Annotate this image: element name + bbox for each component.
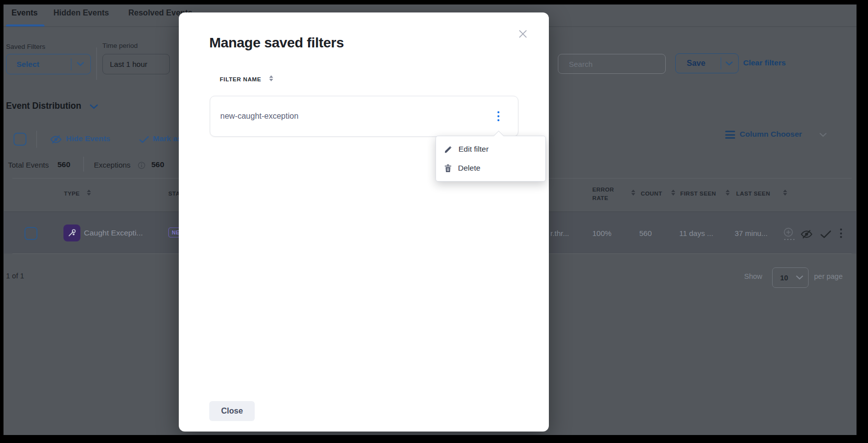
manage-saved-filters-modal: Manage saved filters FILTER NAME new-cau… — [179, 12, 549, 432]
total-events-label: Total Events — [8, 161, 49, 169]
page-size-value: 10 — [780, 274, 796, 282]
summary-divider — [83, 157, 84, 172]
chevron-down-icon — [77, 62, 84, 66]
filter-name-column-header[interactable]: FILTER NAME — [220, 76, 261, 82]
edit-filter-label: Edit filter — [458, 145, 488, 154]
hide-events-button[interactable]: Hide Events — [66, 134, 110, 143]
circle-plus-icon[interactable] — [783, 227, 794, 237]
eye-slash-icon — [50, 135, 62, 144]
save-button-divider — [721, 57, 722, 69]
sort-icon[interactable] — [631, 190, 635, 196]
column-header-type[interactable]: TYPE — [64, 191, 80, 197]
filter-kebab-menu-button[interactable] — [491, 109, 506, 124]
row-error-rate: 100% — [592, 229, 611, 237]
delete-filter-menu-item[interactable]: Delete — [436, 159, 545, 178]
row-last-seen: 37 minu... — [735, 229, 768, 237]
column-header-error-rate-line2: RATE — [592, 195, 608, 201]
sort-icon[interactable] — [726, 190, 730, 196]
column-chooser-button[interactable]: Column Chooser — [740, 130, 802, 139]
check-icon — [139, 136, 149, 143]
sort-icon[interactable] — [783, 190, 787, 196]
sort-icon[interactable] — [87, 190, 91, 196]
search-box — [558, 54, 666, 74]
column-header-error-rate-line1[interactable]: ERROR — [592, 187, 614, 193]
select-button-divider — [71, 58, 72, 70]
filter-group-divider — [96, 47, 97, 80]
page-info: 1 of 1 — [6, 272, 24, 280]
pencil-icon — [444, 145, 452, 154]
hamburger-icon — [725, 131, 735, 139]
saved-filters-select-label: Select — [16, 60, 71, 69]
tab-events[interactable]: Events — [11, 8, 37, 17]
hide-event-eye-slash-icon[interactable] — [800, 230, 813, 238]
saved-filter-row: new-caught-exception — [210, 96, 518, 137]
column-header-first-seen[interactable]: FIRST SEEN — [680, 191, 716, 197]
clear-filters-link[interactable]: Clear filters — [743, 58, 786, 67]
save-button-label: Save — [687, 59, 721, 68]
show-label: Show — [744, 272, 762, 280]
search-input[interactable] — [569, 60, 668, 68]
total-events-value: 560 — [57, 160, 70, 169]
select-all-checkbox[interactable] — [13, 133, 26, 146]
row-checkbox[interactable] — [24, 227, 37, 240]
dotted-underline — [784, 239, 795, 240]
column-header-count[interactable]: COUNT — [641, 191, 662, 197]
chevron-down-icon[interactable] — [90, 104, 98, 109]
exceptions-value: 560 — [151, 160, 164, 169]
column-header-last-seen[interactable]: LAST SEEN — [736, 191, 770, 197]
row-type-text[interactable]: Caught Excepti... — [84, 228, 143, 237]
sort-icon[interactable] — [269, 75, 273, 81]
saved-filters-label: Saved Filters — [6, 43, 45, 50]
time-period-label: Time period — [102, 42, 138, 49]
filter-context-menu: Edit filter Delete — [435, 136, 546, 182]
chevron-down-icon — [726, 61, 733, 66]
info-icon[interactable] — [138, 162, 145, 169]
chevron-down-icon — [796, 275, 803, 280]
toolbar-divider — [36, 131, 37, 148]
modal-title: Manage saved filters — [209, 35, 344, 51]
edit-filter-menu-item[interactable]: Edit filter — [436, 140, 545, 159]
modal-close-icon[interactable] — [515, 26, 530, 41]
sort-icon[interactable] — [671, 190, 675, 196]
row-location-text: r.thr... — [550, 229, 569, 237]
time-period-input[interactable]: Last 1 hour — [102, 54, 170, 74]
chevron-down-icon[interactable] — [820, 133, 827, 137]
mark-resolved-check-icon[interactable] — [821, 230, 831, 238]
event-distribution-heading: Event Distribution — [6, 101, 81, 111]
page-size-select[interactable]: 10 — [772, 267, 809, 288]
save-button[interactable]: Save — [675, 53, 739, 73]
tab-hidden-events[interactable]: Hidden Events — [53, 8, 109, 17]
row-count: 560 — [639, 229, 652, 237]
exceptions-label: Exceptions — [94, 161, 130, 169]
caught-exception-icon — [63, 224, 80, 241]
row-kebab-menu-icon[interactable] — [840, 228, 842, 238]
modal-close-button[interactable]: Close — [209, 401, 255, 421]
saved-filters-select[interactable]: Select — [6, 54, 91, 74]
delete-filter-label: Delete — [458, 164, 480, 173]
saved-filter-name: new-caught-exception — [220, 112, 491, 121]
per-page-label: per page — [814, 272, 843, 280]
trash-icon — [444, 164, 452, 173]
screenshot-frame: Events Hidden Events Resolved Events Sav… — [0, 0, 868, 443]
row-first-seen: 11 days ... — [679, 229, 713, 237]
